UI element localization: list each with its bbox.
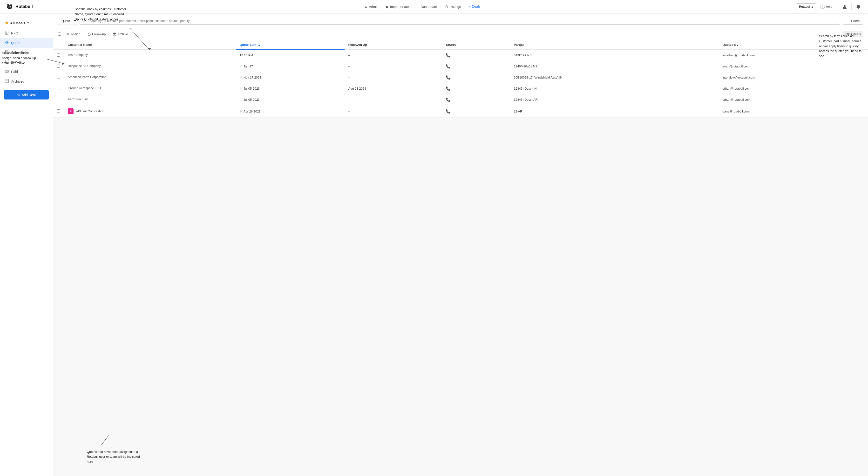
quote-sent-cell: ✓Jan 27 — [236, 61, 345, 72]
customer-name[interactable]: AeroDirect, Inc. — [68, 97, 89, 101]
invoice-icon — [5, 60, 9, 65]
quoted-by-cell: ethan@rotabull.com — [718, 83, 868, 94]
followed-up-cell: Aug 23 2023 — [345, 83, 442, 94]
archived-icon — [5, 79, 9, 84]
deals-table: Customer Name Quote Sent ▲ Followed Up S… — [53, 40, 868, 117]
quote-sent-cell: 12:28 PM — [236, 49, 345, 61]
table-row: Test Company12:28 PM–📞019F19A NSjonathan… — [53, 49, 868, 61]
sort-arrow-icon: ▲ — [258, 43, 261, 46]
nav-deals[interactable]: ≡ Deals — [465, 3, 484, 10]
help-circle-icon: ? — [820, 5, 825, 9]
nav-divider-1 — [838, 3, 838, 10]
quote-sent-value: Apr 26 2023 — [244, 110, 261, 113]
dashboard-icon: ⊞ — [416, 5, 420, 9]
select-all-checkbox[interactable] — [58, 33, 61, 36]
type-select[interactable]: Quote — [58, 17, 77, 25]
sidebar-item-quote[interactable]: Quote — [0, 38, 53, 48]
customer-name[interactable]: Test Company — [68, 53, 88, 57]
search-input[interactable] — [88, 18, 830, 24]
assign-button[interactable]: Assign — [63, 31, 83, 37]
quote-icon — [5, 40, 9, 45]
svg-rect-18 — [5, 71, 8, 72]
nav-impersonate[interactable]: ▶ Impersonate — [383, 3, 412, 10]
row-checkbox[interactable] — [57, 76, 60, 79]
customer-name-cell: AeroDirect, Inc. — [64, 94, 236, 104]
toolbar: Quote → Filters — [53, 13, 868, 28]
add-deal-button[interactable]: ⊕ Add Deal — [4, 90, 49, 100]
star-icon: ★ — [5, 20, 9, 26]
quote-sent-cell: ✉Jul 05 2023 — [236, 83, 345, 94]
quoted-by-cell: ethan@rotabull.com — [718, 94, 868, 105]
notifications-button[interactable] — [855, 3, 862, 10]
sidebar-item-rfq[interactable]: RFQ — [0, 28, 53, 38]
customer-name-cell: PABC Air Corporation — [64, 105, 236, 117]
parts-cell: 1340M80p01 NS — [510, 61, 718, 72]
quote-sent-cell: ✉Nov 17 2023 — [236, 72, 345, 83]
row-checkbox[interactable] — [57, 109, 60, 112]
help-button[interactable]: ? Help — [818, 3, 835, 10]
search-arrow-button[interactable]: → — [832, 18, 838, 24]
workspace-button[interactable]: Rotabull 1 — [796, 3, 816, 10]
svg-point-6 — [9, 6, 9, 7]
content-area: Quote → Filters A — [53, 13, 868, 476]
sidebar-item-paid[interactable]: Paid — [0, 67, 53, 77]
row-checkbox[interactable] — [57, 54, 60, 57]
row-checkbox[interactable] — [57, 65, 60, 68]
source-cell: 📞 — [442, 49, 510, 61]
sidebar-item-sales-order[interactable]: Sales Order — [0, 48, 53, 57]
customer-name[interactable]: American Parts Corporation — [68, 75, 106, 79]
nav-dashboard[interactable]: ⊞ Dashboard — [413, 3, 441, 10]
quote-sent-value: Nov 17 2023 — [244, 76, 261, 79]
table-body: Test Company12:28 PM–📞019F19A NSjonathan… — [53, 49, 868, 117]
parts-cell: 12345 (Desc) IN — [510, 83, 718, 94]
followed-up-cell: – — [345, 49, 442, 61]
archive-button[interactable]: Archive — [110, 31, 131, 37]
quoted-by-cell: interview@rotabull.com — [718, 72, 868, 83]
row-checkbox[interactable] — [57, 87, 60, 90]
nav-listings[interactable]: 🗒 Listings — [441, 3, 464, 10]
quote-sent-cell: ✉Apr 26 2023 — [236, 105, 345, 117]
table-row: Response Air Company✓Jan 27–📞1340M80p01 … — [53, 61, 868, 72]
followed-up-cell: – — [345, 72, 442, 83]
check-sent-icon: ✓ — [240, 65, 242, 68]
customer-name-cell: American Parts Corporation — [64, 72, 236, 82]
th-quoted-by[interactable]: Quoted By — [718, 40, 868, 49]
paid-icon — [5, 69, 9, 74]
followed-up-cell: – — [345, 94, 442, 105]
phone-icon: 📞 — [446, 75, 451, 79]
archive-icon — [113, 33, 116, 36]
main-layout: ★ All Deals ▾ RFQ Quote Sale — [0, 13, 868, 476]
th-followed-up[interactable]: Followed Up — [345, 40, 442, 49]
sidebar-item-invoice[interactable]: Invoice — [0, 57, 53, 67]
phone-icon: 📞 — [446, 98, 451, 102]
row-checkbox[interactable] — [57, 98, 60, 101]
source-cell: 📞 — [442, 83, 510, 94]
followed-up-cell: – — [345, 105, 442, 117]
customer-name[interactable]: ABC Air Corporation — [76, 109, 104, 113]
followup-button[interactable]: Follow-up — [85, 31, 108, 37]
row-checkbox-cell — [53, 61, 64, 72]
phone-icon: 📞 — [446, 53, 451, 57]
sidebar-item-archived[interactable]: Archived — [0, 77, 53, 86]
table-row: AeroDirect, Inc.✓Jul 05 2023–📞12345 (Des… — [53, 94, 868, 105]
customer-name[interactable]: Response Air Company — [68, 64, 101, 68]
followed-up-cell: – — [345, 61, 442, 72]
th-customer-name[interactable]: Customer Name — [64, 40, 236, 49]
th-parts[interactable]: Part(s) — [510, 40, 718, 49]
user-avatar-button[interactable] — [841, 3, 848, 10]
customer-name[interactable]: Ground Aerospace L.L.C. — [68, 86, 103, 90]
nav-admin[interactable]: ⚙ Admin — [361, 3, 382, 10]
th-source[interactable]: Source — [442, 40, 510, 49]
bell-icon — [856, 4, 861, 9]
quoted-by-cell: jonathan@rotabull.com — [718, 49, 868, 61]
svg-point-7 — [10, 6, 10, 7]
quote-sent-cell: ✓Jul 05 2023 — [236, 94, 345, 105]
listings-icon: 🗒 — [445, 5, 448, 9]
phone-icon: 📞 — [446, 109, 451, 113]
filters-button[interactable]: Filters — [843, 17, 863, 25]
th-quote-sent[interactable]: Quote Sent ▲ — [236, 40, 345, 49]
deals-icon: ≡ — [469, 5, 471, 8]
parts-cell: 60B10028-17 (Windshield Assy) IN — [510, 72, 718, 83]
quote-sent-value: Jul 05 2023 — [244, 98, 260, 101]
all-deals-header[interactable]: ★ All Deals ▾ — [0, 18, 53, 28]
